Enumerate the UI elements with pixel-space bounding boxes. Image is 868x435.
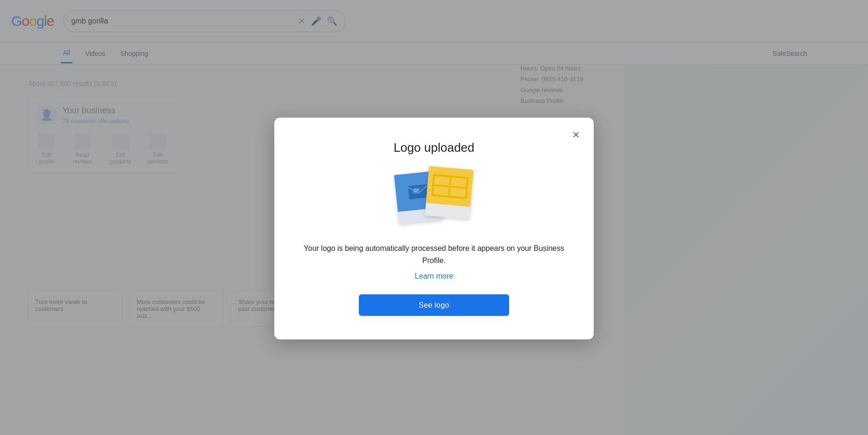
svg-rect-1 — [412, 188, 420, 194]
photo-card-front-content — [426, 166, 474, 207]
learn-more-link[interactable]: Learn more — [415, 272, 453, 280]
close-icon: ✕ — [572, 129, 580, 140]
modal-description: Your logo is being automatically process… — [302, 242, 566, 266]
modal-dialog: ✕ Logo uploaded — [274, 118, 594, 340]
photo-card-front-inner — [431, 174, 469, 199]
modal-close-button[interactable]: ✕ — [567, 126, 584, 143]
photo-illustration — [396, 168, 472, 229]
see-logo-button[interactable]: See logo — [359, 295, 509, 316]
modal-title: Logo uploaded — [302, 140, 566, 155]
photo-card-front — [425, 166, 474, 219]
